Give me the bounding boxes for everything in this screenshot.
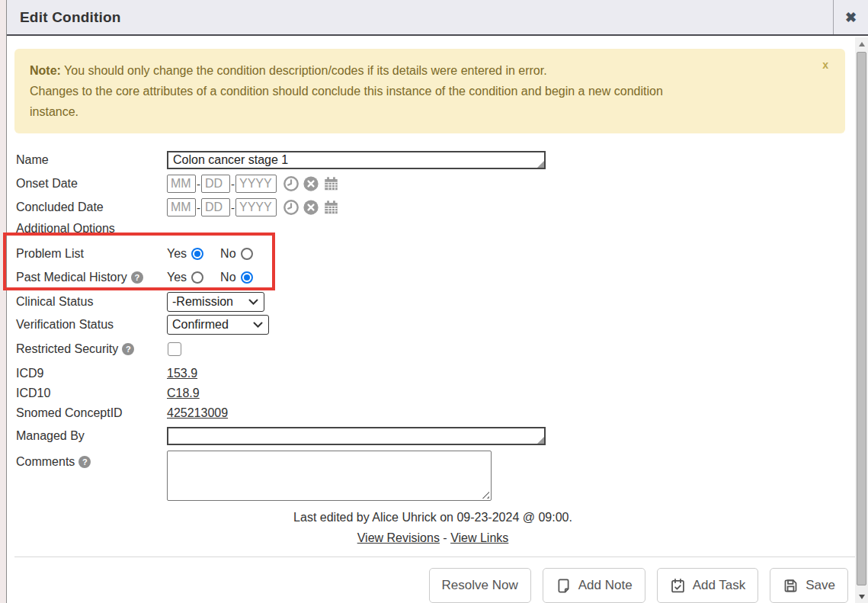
resize-grip-icon[interactable] bbox=[537, 161, 544, 168]
restricted-security-label: Restricted Security ? bbox=[16, 342, 167, 356]
comments-row: Comments ? bbox=[16, 451, 850, 501]
additional-options-row: Additional Options bbox=[16, 222, 850, 236]
banner-dismiss-icon[interactable]: x bbox=[822, 59, 828, 70]
scroll-up-arrow-icon[interactable] bbox=[855, 37, 868, 50]
close-icon[interactable]: ✖ bbox=[833, 0, 868, 34]
save-button[interactable]: Save bbox=[770, 568, 848, 603]
icd10-label: ICD10 bbox=[16, 386, 167, 400]
verification-status-select[interactable]: Confirmed bbox=[167, 315, 269, 335]
scroll-down-arrow-icon[interactable] bbox=[855, 590, 868, 603]
add-note-button[interactable]: Add Note bbox=[543, 568, 645, 603]
verification-status-label: Verification Status bbox=[16, 318, 167, 332]
help-icon[interactable]: ? bbox=[78, 456, 91, 468]
clock-icon[interactable] bbox=[283, 175, 299, 192]
onset-year-input[interactable] bbox=[235, 175, 277, 193]
clear-date-icon[interactable] bbox=[303, 199, 319, 216]
help-icon[interactable]: ? bbox=[131, 271, 143, 284]
pmh-no-radio[interactable] bbox=[241, 271, 253, 284]
note-line-3: instance. bbox=[30, 101, 815, 122]
note-label: Note: bbox=[30, 64, 61, 77]
name-label: Name bbox=[16, 153, 167, 167]
icd9-code-link[interactable]: 153.9 bbox=[167, 367, 197, 380]
clinical-status-row: Clinical Status -Remission bbox=[16, 292, 850, 312]
icd10-row: ICD10 C18.9 bbox=[16, 385, 850, 401]
resize-grip-icon[interactable] bbox=[482, 491, 489, 499]
name-row: Name Colon cancer stage 1 bbox=[16, 151, 850, 169]
restricted-security-checkbox[interactable] bbox=[168, 342, 181, 356]
past-medical-history-row: Past Medical History ? Yes No bbox=[16, 267, 850, 288]
icd9-row: ICD9 153.9 bbox=[16, 365, 850, 381]
problem-list-row: Problem List Yes No bbox=[16, 243, 850, 265]
onset-month-input[interactable] bbox=[167, 175, 196, 193]
onset-day-input[interactable] bbox=[201, 175, 230, 193]
last-edited-text: Last edited by Alice Uhrick on 09-23-202… bbox=[16, 511, 850, 524]
concluded-date-row: Concluded Date - - bbox=[16, 198, 850, 217]
icd10-code-link[interactable]: C18.9 bbox=[167, 386, 200, 400]
problem-list-label: Problem List bbox=[16, 247, 167, 261]
managed-by-label: Managed By bbox=[16, 429, 167, 443]
snomed-label: Snomed ConceptID bbox=[16, 406, 167, 420]
concluded-year-input[interactable] bbox=[235, 198, 277, 217]
task-calendar-icon bbox=[670, 578, 686, 594]
clinical-status-select[interactable]: -Remission bbox=[167, 292, 264, 312]
comments-label: Comments ? bbox=[16, 455, 167, 469]
snomed-code-link[interactable]: 425213009 bbox=[167, 406, 228, 420]
icd9-label: ICD9 bbox=[16, 367, 167, 380]
dialog-title: Edit Condition bbox=[7, 9, 121, 26]
scrollbar-thumb[interactable] bbox=[857, 52, 866, 585]
form-content: Name Colon cancer stage 1 Onset Date - -… bbox=[7, 151, 868, 545]
restricted-security-row: Restricted Security ? bbox=[16, 340, 850, 358]
note-icon bbox=[556, 578, 572, 594]
view-links-link[interactable]: View Links bbox=[450, 531, 508, 544]
meta-links: View Revisions - View Links bbox=[16, 531, 850, 545]
verification-status-row: Verification Status Confirmed bbox=[16, 315, 850, 335]
edit-condition-dialog: Edit Condition ✖ Note: You should only c… bbox=[6, 0, 868, 603]
pmh-yes-radio[interactable] bbox=[191, 271, 203, 284]
managed-by-input[interactable] bbox=[167, 427, 546, 445]
clock-icon[interactable] bbox=[283, 199, 299, 216]
onset-date-row: Onset Date - - bbox=[16, 175, 850, 193]
resize-grip-icon[interactable] bbox=[537, 437, 544, 444]
clinical-status-label: Clinical Status bbox=[16, 295, 167, 309]
note-banner: Note: You should only change the conditi… bbox=[14, 49, 845, 133]
concluded-day-input[interactable] bbox=[201, 198, 230, 217]
managed-by-row: Managed By bbox=[16, 427, 850, 445]
concluded-date-label: Concluded Date bbox=[16, 200, 167, 214]
onset-date-label: Onset Date bbox=[16, 177, 167, 191]
vertical-scrollbar[interactable] bbox=[855, 37, 868, 603]
calendar-icon[interactable] bbox=[322, 199, 340, 216]
footer-actions: Resolve Now Add Note Add Task Save bbox=[7, 557, 868, 603]
calendar-icon[interactable] bbox=[322, 175, 340, 192]
chevron-down-icon bbox=[253, 322, 263, 329]
dialog-header: Edit Condition ✖ bbox=[7, 0, 868, 36]
comments-textarea[interactable] bbox=[167, 451, 492, 501]
past-medical-history-label: Past Medical History ? bbox=[16, 271, 167, 284]
note-line-1: Note: You should only change the conditi… bbox=[30, 60, 815, 81]
resolve-now-button[interactable]: Resolve Now bbox=[429, 568, 531, 603]
add-task-button[interactable]: Add Task bbox=[657, 568, 759, 603]
problem-list-yes-radio[interactable] bbox=[191, 248, 203, 260]
snomed-row: Snomed ConceptID 425213009 bbox=[16, 405, 850, 421]
note-line-2: Changes to the core attributes of a cond… bbox=[30, 81, 815, 101]
name-input[interactable]: Colon cancer stage 1 bbox=[167, 151, 546, 169]
additional-options-link[interactable]: Additional Options bbox=[16, 222, 115, 236]
concluded-month-input[interactable] bbox=[167, 198, 196, 217]
problem-list-no-radio[interactable] bbox=[241, 248, 253, 260]
clear-date-icon[interactable] bbox=[303, 175, 319, 192]
save-floppy-icon bbox=[783, 578, 799, 594]
help-icon[interactable]: ? bbox=[122, 343, 134, 355]
view-revisions-link[interactable]: View Revisions bbox=[357, 531, 440, 544]
chevron-down-icon bbox=[248, 299, 258, 306]
